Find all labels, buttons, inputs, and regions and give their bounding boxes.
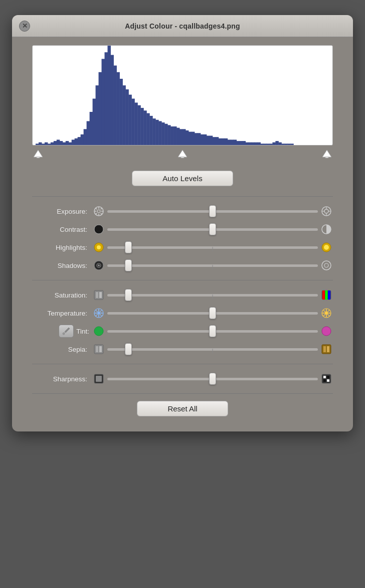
highlights-low-icon <box>92 241 105 254</box>
tint-slider-wrapper <box>107 326 318 336</box>
svg-point-132 <box>324 263 328 267</box>
svg-rect-76 <box>260 143 263 145</box>
slider-row-exposure: Exposure: <box>32 204 333 219</box>
svg-rect-68 <box>237 141 240 145</box>
svg-rect-23 <box>102 59 105 145</box>
slider-row-sharpness: Sharpness: <box>32 371 333 386</box>
svg-rect-4 <box>45 142 48 145</box>
exposure-thumb[interactable] <box>209 205 216 217</box>
highlights-label: Highlights: <box>32 244 92 251</box>
svg-rect-10 <box>63 142 66 145</box>
svg-rect-165 <box>327 376 329 378</box>
svg-rect-36 <box>140 108 143 145</box>
svg-rect-56 <box>201 134 204 145</box>
tint-magenta-icon <box>320 325 333 338</box>
contrast-low-icon <box>92 223 105 236</box>
histogram-marker-right[interactable] <box>322 150 332 159</box>
svg-rect-19 <box>90 112 93 145</box>
sharpness-slider-wrapper <box>107 374 318 384</box>
temperature-slider-wrapper <box>107 308 318 318</box>
sepia-thumb[interactable] <box>125 343 132 355</box>
svg-rect-24 <box>105 52 108 145</box>
svg-rect-17 <box>84 129 87 145</box>
svg-point-130 <box>98 264 100 266</box>
tint-thumb[interactable] <box>209 325 216 337</box>
histogram <box>32 45 333 145</box>
svg-rect-43 <box>161 122 164 145</box>
temp-warm-icon <box>320 307 333 320</box>
svg-marker-100 <box>34 150 43 157</box>
svg-rect-33 <box>131 99 134 145</box>
histogram-marker-left[interactable] <box>33 150 43 159</box>
highlights-high-icon <box>320 241 333 254</box>
highlights-thumb[interactable] <box>125 241 132 253</box>
contrast-slider-wrapper <box>107 224 318 234</box>
svg-rect-12 <box>69 142 72 145</box>
svg-rect-22 <box>99 72 102 145</box>
histogram-markers <box>32 150 333 159</box>
saturation-track <box>107 294 318 297</box>
svg-rect-8 <box>57 139 60 145</box>
svg-rect-74 <box>255 142 258 145</box>
shadows-thumb[interactable] <box>125 259 132 271</box>
slider-row-contrast: Contrast: <box>32 222 333 237</box>
highlights-slider-wrapper <box>107 242 318 252</box>
svg-point-117 <box>324 209 328 213</box>
svg-point-152 <box>63 333 65 335</box>
sharpness-low-icon <box>92 372 105 385</box>
tint-green-icon <box>92 325 105 338</box>
svg-rect-47 <box>173 126 176 145</box>
svg-rect-21 <box>96 85 99 145</box>
histogram-marker-mid[interactable] <box>177 150 188 159</box>
contrast-thumb[interactable] <box>209 223 216 235</box>
sepia-high-icon <box>320 343 333 356</box>
svg-rect-158 <box>322 345 331 354</box>
svg-rect-60 <box>213 137 216 145</box>
svg-marker-104 <box>322 150 331 157</box>
title-bar: ✕ Adjust Colour - cqallbadges4.png <box>12 15 353 37</box>
content-area: Auto Levels Exposure: <box>12 37 353 431</box>
svg-rect-80 <box>272 142 275 145</box>
svg-rect-162 <box>96 376 102 382</box>
svg-rect-6 <box>51 142 54 145</box>
svg-rect-66 <box>231 139 234 145</box>
svg-rect-73 <box>252 142 255 145</box>
svg-rect-63 <box>222 138 225 145</box>
reset-all-button[interactable]: Reset All <box>137 401 228 416</box>
svg-rect-38 <box>146 113 149 145</box>
svg-rect-157 <box>99 346 102 352</box>
svg-rect-15 <box>78 137 81 145</box>
temperature-label: Temperature: <box>32 310 92 317</box>
svg-marker-102 <box>178 150 187 157</box>
svg-rect-32 <box>128 95 131 145</box>
svg-rect-84 <box>284 143 287 145</box>
svg-rect-55 <box>198 133 201 145</box>
main-window: ✕ Adjust Colour - cqallbadges4.png <box>12 15 353 431</box>
svg-rect-14 <box>75 138 78 145</box>
svg-rect-7 <box>54 141 57 145</box>
auto-levels-button[interactable]: Auto Levels <box>132 171 233 186</box>
svg-rect-16 <box>81 134 84 145</box>
close-button[interactable]: ✕ <box>19 21 30 32</box>
saturation-thumb[interactable] <box>125 289 132 301</box>
svg-rect-83 <box>281 143 284 145</box>
svg-rect-26 <box>110 55 113 145</box>
svg-line-112 <box>101 213 102 214</box>
eyedropper-button[interactable] <box>59 325 74 338</box>
svg-rect-72 <box>249 142 252 145</box>
sharpness-thumb[interactable] <box>209 373 216 385</box>
slider-row-saturation: Saturation: <box>32 287 333 303</box>
svg-rect-69 <box>240 141 243 145</box>
histogram-svg <box>33 46 332 145</box>
svg-rect-48 <box>176 128 179 145</box>
svg-rect-20 <box>93 99 96 145</box>
svg-rect-54 <box>195 133 198 145</box>
svg-rect-77 <box>263 143 266 145</box>
temperature-thumb[interactable] <box>209 307 216 319</box>
svg-line-111 <box>96 208 97 209</box>
svg-rect-58 <box>207 136 210 145</box>
svg-rect-156 <box>96 346 98 352</box>
svg-rect-28 <box>116 72 119 145</box>
saturation-high-icon <box>320 288 333 302</box>
svg-rect-105 <box>325 157 328 158</box>
